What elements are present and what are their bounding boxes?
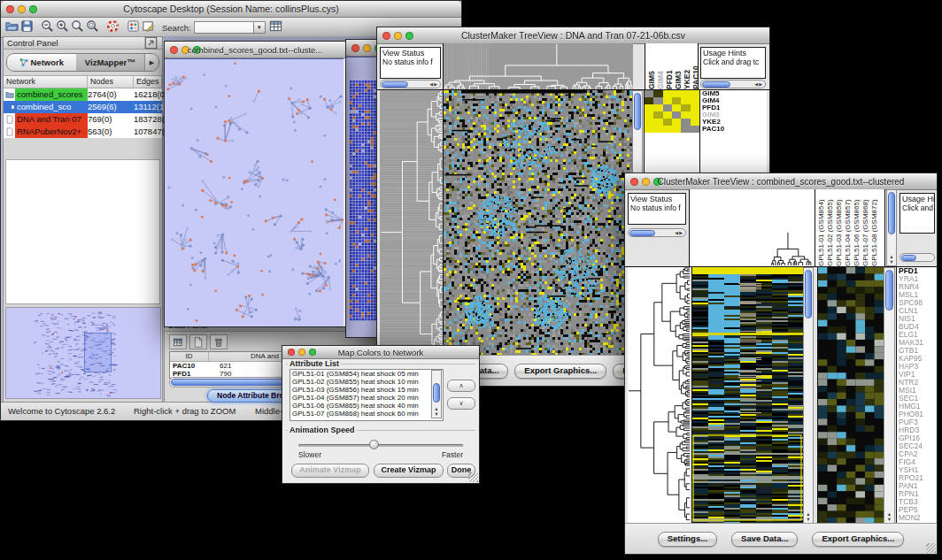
zoom-in-icon[interactable] bbox=[55, 19, 70, 34]
matrix-cell[interactable] bbox=[645, 126, 653, 133]
matrix-cell[interactable] bbox=[653, 97, 662, 104]
resize-grip[interactable] bbox=[926, 543, 936, 553]
hscroll-arrows-icon[interactable]: ◀▶ bbox=[675, 230, 685, 235]
matrix-cell[interactable] bbox=[681, 90, 690, 97]
zoom-fit-icon[interactable] bbox=[70, 19, 85, 34]
matrix-cell[interactable] bbox=[645, 119, 653, 126]
plugins-icon[interactable] bbox=[126, 19, 141, 34]
animate-vizmap-button[interactable]: Animate Vizmap bbox=[291, 464, 369, 478]
tab-overflow-button[interactable]: ▶ bbox=[144, 54, 158, 71]
search-input[interactable] bbox=[194, 21, 254, 34]
vscrollbar-thumb[interactable] bbox=[805, 270, 812, 318]
column-label[interactable]: GPL51-07 (GSM868) bbox=[861, 189, 870, 266]
save-icon[interactable] bbox=[19, 19, 35, 34]
view-status-hscrollbar[interactable]: ◀▶ bbox=[628, 228, 686, 237]
cm2-titlebar[interactable]: ClusterMaker TreeView : combined_scores_… bbox=[625, 173, 937, 190]
heatmap-overview-1[interactable] bbox=[443, 90, 633, 356]
matrix-cell[interactable] bbox=[681, 97, 690, 104]
heatmap-zoom-2[interactable] bbox=[817, 267, 884, 524]
network-list-row[interactable]: combined_sco2569(6)13112(15) bbox=[4, 101, 162, 113]
row-dendrogram-1[interactable] bbox=[380, 90, 443, 356]
animation-speed-slider[interactable] bbox=[298, 444, 463, 447]
usage-hints-hscrollbar[interactable] bbox=[900, 253, 935, 262]
zoom-matrix[interactable] bbox=[645, 90, 699, 133]
delete-attribute-icon[interactable] bbox=[210, 334, 228, 349]
annotation-icon[interactable] bbox=[141, 19, 156, 34]
matrix-cell[interactable] bbox=[681, 126, 690, 133]
matrix-cell[interactable] bbox=[663, 126, 672, 133]
matrix-cell[interactable] bbox=[681, 104, 690, 111]
matrix-cell[interactable] bbox=[653, 119, 662, 126]
vscroll-arrows-icon[interactable]: ▲▼ bbox=[432, 406, 441, 417]
gene-label[interactable]: PAC10 bbox=[702, 126, 767, 133]
matrix-cell[interactable] bbox=[653, 111, 662, 119]
view-status-hscrollbar[interactable]: ◀▶ bbox=[380, 80, 441, 88]
row-dendrogram-2[interactable] bbox=[628, 267, 690, 524]
matrix-cell[interactable] bbox=[691, 111, 699, 119]
column-label[interactable]: GPL51-04 (GSM857) bbox=[844, 189, 853, 266]
matrix-cell[interactable] bbox=[645, 104, 653, 111]
column-label[interactable]: GIM3 bbox=[674, 43, 683, 89]
column-label[interactable]: GPL51-01 (GSM854) bbox=[817, 189, 826, 266]
hscrollbar-thumb[interactable] bbox=[702, 81, 730, 88]
matrix-cell[interactable] bbox=[672, 119, 681, 126]
attribute-item[interactable]: GPL51-01 (GSM854) heat shock 05 min bbox=[290, 370, 443, 378]
matrix-cell[interactable] bbox=[663, 119, 672, 126]
column-label[interactable]: PFD1 bbox=[665, 43, 674, 89]
matrix-cell[interactable] bbox=[691, 119, 699, 126]
vscroll-arrows-icon[interactable]: ▲▼ bbox=[887, 254, 896, 265]
col-id[interactable]: ID bbox=[170, 352, 209, 361]
attribute-browser-icon[interactable] bbox=[268, 19, 283, 34]
matrix-cell[interactable] bbox=[672, 111, 681, 119]
attribute-item[interactable]: GPL51-02 (GSM855) heat shock 10 min bbox=[290, 378, 443, 386]
col-nodes[interactable]: Nodes bbox=[88, 76, 134, 88]
matrix-cell[interactable] bbox=[645, 111, 653, 119]
hscrollbar-thumb[interactable] bbox=[901, 255, 916, 261]
hscrollbar-thumb[interactable] bbox=[382, 81, 408, 88]
column-dendrogram-1[interactable] bbox=[443, 43, 633, 89]
main-titlebar[interactable]: Cytoscape Desktop (Session Name: collins… bbox=[1, 1, 461, 18]
dialog-titlebar[interactable]: Map Colors to Network bbox=[282, 346, 479, 359]
column-label[interactable]: GPL51-06 (GSM865) bbox=[853, 189, 861, 266]
tab-vizmapper[interactable]: VizMapper™ bbox=[76, 54, 145, 71]
table-icon[interactable] bbox=[169, 334, 187, 349]
column-label[interactable]: GPL51-08 (GSM872) bbox=[870, 189, 879, 266]
matrix-cell[interactable] bbox=[663, 104, 672, 111]
vscroll-arrows-icon[interactable]: ▲▼ bbox=[884, 511, 894, 522]
save-data-button[interactable]: Save Data... bbox=[731, 532, 798, 547]
matrix-cell[interactable] bbox=[691, 104, 699, 111]
slider-thumb[interactable] bbox=[369, 440, 379, 449]
hscroll-arrows-icon[interactable]: ◀▶ bbox=[754, 81, 765, 87]
open-icon[interactable] bbox=[4, 19, 19, 34]
cm2-collabel-vscrollbar[interactable]: ▲▼ bbox=[886, 189, 897, 266]
cm2-zoom-vscrollbar[interactable]: ▲▼ bbox=[884, 267, 895, 524]
column-label[interactable]: YKE2 bbox=[683, 43, 691, 89]
matrix-cell[interactable] bbox=[672, 97, 681, 104]
network-list-row[interactable]: DNA and Tran 07769(0)183728(0) bbox=[4, 113, 162, 126]
attribute-list-vscrollbar[interactable]: ▲▼ bbox=[431, 370, 442, 418]
matrix-cell[interactable] bbox=[663, 111, 672, 119]
zoom-out-icon[interactable] bbox=[40, 19, 55, 34]
attribute-item[interactable]: GPL51-04 (GSM857) heat shock 20 min bbox=[290, 394, 443, 402]
attribute-item[interactable]: GPL51-06 (GSM865) heat shock 40 min bbox=[290, 402, 443, 410]
matrix-cell[interactable] bbox=[645, 90, 653, 97]
tab-network[interactable]: Network bbox=[7, 54, 76, 71]
close-button[interactable] bbox=[351, 44, 359, 52]
vscrollbar-thumb[interactable] bbox=[433, 383, 440, 403]
hscrollbar-thumb[interactable] bbox=[629, 230, 655, 236]
vscrollbar-thumb[interactable] bbox=[888, 192, 895, 234]
matrix-cell[interactable] bbox=[672, 126, 681, 133]
matrix-cell[interactable] bbox=[663, 90, 672, 97]
resize-grip[interactable] bbox=[468, 472, 478, 482]
wina-titlebar[interactable]: combined_scores_good.txt--cluste... bbox=[165, 42, 345, 58]
vscrollbar-thumb[interactable] bbox=[885, 270, 893, 311]
hscroll-arrows-icon[interactable]: ◀▶ bbox=[429, 81, 440, 87]
zoom-selected-icon[interactable] bbox=[85, 19, 100, 34]
column-label[interactable]: GIM4 bbox=[656, 43, 665, 89]
export-graphics-button[interactable]: Export Graphics... bbox=[514, 364, 606, 379]
help-icon[interactable] bbox=[105, 19, 120, 34]
matrix-cell[interactable] bbox=[653, 126, 662, 133]
float-panel-icon[interactable] bbox=[143, 35, 158, 50]
attribute-listbox[interactable]: GPL51-01 (GSM854) heat shock 05 minGPL51… bbox=[290, 369, 444, 421]
col-edges[interactable]: Edges bbox=[134, 76, 162, 88]
